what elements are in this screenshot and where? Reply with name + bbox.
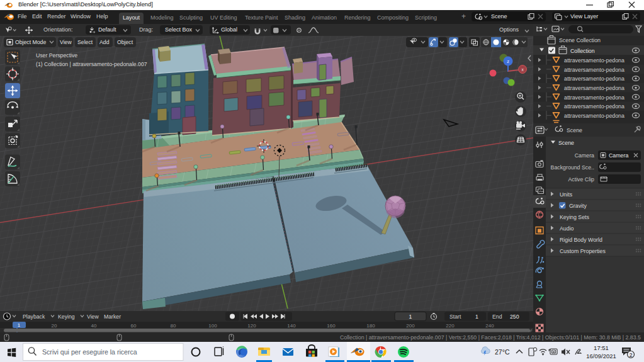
svg-text:Keying: Keying: [58, 314, 75, 320]
svg-text:Object Mode: Object Mode: [15, 39, 46, 45]
svg-text:Collection: Collection: [570, 48, 595, 54]
svg-text:Marker: Marker: [104, 314, 121, 320]
svg-text:Scene Collection: Scene Collection: [559, 37, 601, 43]
svg-text:attraversamento-pedona: attraversamento-pedona: [564, 103, 624, 110]
svg-text:View: View: [87, 314, 99, 320]
svg-text:2: 2: [630, 352, 633, 358]
svg-text:17:51: 17:51: [594, 344, 609, 351]
svg-text:Object: Object: [117, 39, 133, 45]
svg-text:Scrivi qui per eseguire la ric: Scrivi qui per eseguire la ricerca: [42, 348, 137, 356]
svg-text:1: 1: [475, 314, 478, 320]
svg-text:180: 180: [366, 323, 375, 329]
svg-text:Scene: Scene: [558, 140, 574, 146]
svg-text:Rigid Body World: Rigid Body World: [560, 237, 602, 243]
svg-text:Audio: Audio: [560, 225, 574, 232]
svg-text:Units: Units: [560, 191, 573, 198]
svg-text:100: 100: [208, 323, 217, 329]
svg-text:160: 160: [327, 323, 336, 329]
svg-text:250: 250: [510, 314, 519, 320]
svg-text:Custom Properties: Custom Properties: [560, 248, 606, 254]
svg-text:20: 20: [52, 323, 57, 329]
svg-text:Camera: Camera: [609, 152, 628, 159]
svg-text:Add: Add: [99, 39, 110, 45]
svg-text:1: 1: [409, 314, 412, 320]
svg-text:1: 1: [18, 322, 21, 328]
svg-text:attraversamento-pedona: attraversamento-pedona: [564, 67, 624, 73]
svg-text:27°C: 27°C: [495, 348, 510, 356]
svg-text:80: 80: [171, 323, 176, 329]
svg-text:User Perspective: User Perspective: [36, 52, 77, 59]
svg-text:Select: Select: [77, 39, 93, 45]
svg-text:Start: Start: [449, 314, 461, 320]
svg-text:Keying Sets: Keying Sets: [560, 214, 590, 220]
svg-text:attraversamento-pedona: attraversamento-pedona: [564, 85, 624, 91]
svg-text:40: 40: [91, 323, 97, 329]
svg-text:attraversamento-pedona: attraversamento-pedona: [564, 94, 624, 101]
svg-text:240: 240: [485, 323, 494, 329]
svg-text:200: 200: [406, 323, 415, 329]
svg-text:Gravity: Gravity: [569, 203, 587, 209]
svg-text:140: 140: [287, 323, 296, 329]
svg-text:View: View: [60, 39, 72, 45]
svg-text:End: End: [492, 314, 502, 320]
svg-text:z: z: [507, 59, 509, 64]
svg-text:Camera: Camera: [575, 152, 594, 159]
svg-text:Playback: Playback: [23, 314, 45, 320]
svg-text:Collection | attraversamento-p: Collection | attraversamento-pedonale.00…: [340, 334, 641, 341]
svg-text:Background Sce..: Background Sce..: [551, 164, 594, 171]
svg-text:16/09/2021: 16/09/2021: [586, 353, 616, 359]
svg-text:(1) Collection | attraversamen: (1) Collection | attraversamento-pedonal…: [36, 61, 147, 67]
svg-text:Scene: Scene: [567, 127, 582, 133]
svg-text:attraversamento-pedona: attraversamento-pedona: [564, 76, 624, 82]
svg-text:Active Clip: Active Clip: [568, 176, 594, 183]
svg-text:120: 120: [247, 323, 256, 329]
svg-text:60: 60: [131, 323, 137, 329]
svg-text:attraversamento-pedona: attraversamento-pedona: [564, 113, 624, 119]
svg-text:attraversamento-pedona: attraversamento-pedona: [564, 57, 624, 64]
svg-text:220: 220: [446, 323, 455, 329]
